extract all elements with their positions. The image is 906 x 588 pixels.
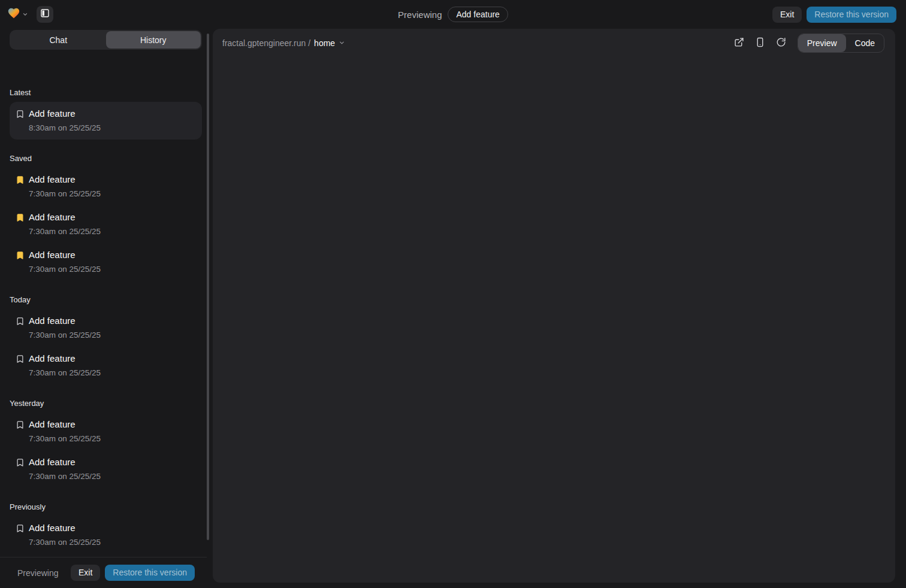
bookmark-filled-icon <box>16 213 25 222</box>
external-link-icon <box>734 37 744 50</box>
tab-preview[interactable]: Preview <box>798 34 846 52</box>
exit-button[interactable]: Exit <box>71 565 100 581</box>
previewing-status-label: Previewing <box>398 10 442 20</box>
previewing-status-label: Previewing <box>17 568 58 578</box>
sidebar-footer: Previewing Exit Restore this version <box>0 557 207 588</box>
history-item-timestamp: 7:30am on 25/25/25 <box>29 368 101 378</box>
history-item-title: Add feature <box>29 353 101 365</box>
history-item-title: Add feature <box>29 315 101 327</box>
chevron-down-icon <box>339 38 345 48</box>
mobile-view-button[interactable] <box>755 38 766 49</box>
chat-history-tabs: Chat History <box>10 30 202 50</box>
bookmark-icon <box>16 458 25 467</box>
bookmark-icon <box>16 317 25 326</box>
sidebar-scrollbar[interactable] <box>207 34 209 540</box>
history-item[interactable]: Add feature 7:30am on 25/25/25 <box>10 347 202 384</box>
history-item-timestamp: 7:30am on 25/25/25 <box>29 537 101 548</box>
bookmark-icon <box>16 420 25 429</box>
history-item-title: Add feature <box>29 174 101 186</box>
history-item-title: Add feature <box>29 456 101 468</box>
preview-panel: fractal.gptengineer.run / home <box>213 29 895 583</box>
history-item-timestamp: 7:30am on 25/25/25 <box>29 189 101 199</box>
preview-url-dropdown[interactable]: fractal.gptengineer.run / home <box>222 38 345 48</box>
refresh-button[interactable] <box>776 38 787 49</box>
history-item-timestamp: 7:30am on 25/25/25 <box>29 434 101 444</box>
bookmark-icon <box>16 354 25 363</box>
history-item-title: Add feature <box>29 419 101 431</box>
tab-code[interactable]: Code <box>846 34 884 52</box>
sidebar-toggle-button[interactable] <box>37 6 53 23</box>
history-item[interactable]: Add feature 7:30am on 25/25/25 <box>10 168 202 205</box>
open-external-button[interactable] <box>734 38 745 49</box>
bookmark-filled-icon <box>16 251 25 260</box>
history-item-timestamp: 7:30am on 25/25/25 <box>29 330 101 341</box>
history-item[interactable]: Add feature 7:30am on 25/25/25 <box>10 205 202 243</box>
history-item[interactable]: Add feature 8:30am on 25/25/25 <box>10 102 202 140</box>
section-label-previously: Previously <box>10 502 202 511</box>
panel-left-icon <box>40 8 50 20</box>
section-label-saved: Saved <box>10 154 202 163</box>
smartphone-icon <box>755 37 765 50</box>
tab-history[interactable]: History <box>106 31 201 49</box>
bookmark-icon <box>16 524 25 533</box>
section-label-yesterday: Yesterday <box>10 399 202 408</box>
history-item-title: Add feature <box>29 249 101 261</box>
preview-code-toggle: Preview Code <box>798 34 884 53</box>
section-label-today: Today <box>10 295 202 304</box>
chevron-down-icon <box>22 9 28 20</box>
history-item[interactable]: Add feature 7:30am on 25/25/25 <box>10 309 202 347</box>
history-item-title: Add feature <box>29 211 101 223</box>
exit-button[interactable]: Exit <box>772 7 802 23</box>
url-domain: fractal.gptengineer.run / <box>222 38 310 48</box>
refresh-icon <box>776 37 786 50</box>
lovable-heart-logo-icon <box>7 7 20 22</box>
section-label-latest: Latest <box>10 88 202 97</box>
app-logo-menu[interactable] <box>7 7 28 22</box>
url-page: home <box>314 38 335 48</box>
history-item[interactable]: Add feature 7:30am on 25/25/25 <box>10 413 202 450</box>
history-item-timestamp: 8:30am on 25/25/25 <box>29 123 101 134</box>
version-badge[interactable]: Add feature <box>448 7 508 22</box>
bookmark-icon <box>16 110 25 119</box>
tab-chat[interactable]: Chat <box>11 31 106 49</box>
history-item[interactable]: Add feature 7:30am on 25/25/25 <box>10 243 202 281</box>
history-item-timestamp: 7:30am on 25/25/25 <box>29 264 101 275</box>
history-item-title: Add feature <box>29 522 101 534</box>
topbar: Previewing Add feature Exit Restore this… <box>0 0 906 29</box>
history-list: Latest Add feature 8:30am on 25/25/25 Sa… <box>0 79 202 557</box>
history-item-title: Add feature <box>29 108 101 120</box>
preview-header: fractal.gptengineer.run / home <box>213 29 895 57</box>
history-sidebar: Chat History Latest Add feature 8:30am o… <box>0 29 213 588</box>
history-item[interactable]: Add feature 7:30am on 25/25/25 <box>10 450 202 488</box>
history-item-timestamp: 7:30am on 25/25/25 <box>29 226 101 237</box>
history-item[interactable]: Add feature 7:30am on 25/25/25 <box>10 516 202 554</box>
restore-version-button[interactable]: Restore this version <box>105 565 195 581</box>
restore-version-button[interactable]: Restore this version <box>807 7 896 23</box>
bookmark-filled-icon <box>16 175 25 184</box>
history-item-timestamp: 7:30am on 25/25/25 <box>29 471 101 482</box>
